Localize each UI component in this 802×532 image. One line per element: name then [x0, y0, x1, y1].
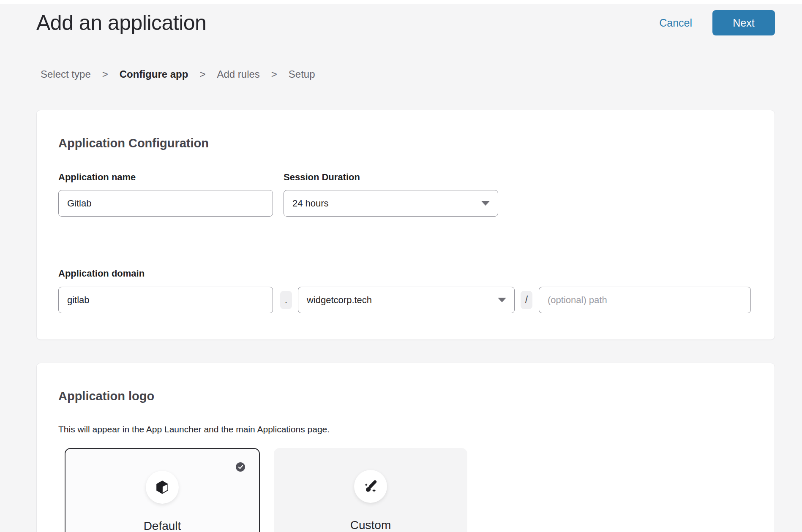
- application-name-field-group: Application name: [58, 172, 273, 217]
- application-name-input[interactable]: [58, 190, 273, 217]
- logo-option-custom[interactable]: Custom: [274, 448, 467, 532]
- session-duration-value: 24 hours: [292, 198, 329, 209]
- logo-description: This will appear in the App Launcher and…: [58, 424, 751, 435]
- logo-heading: Application logo: [58, 388, 751, 404]
- breadcrumb-separator: >: [102, 68, 108, 80]
- custom-tile-label: Custom: [350, 518, 391, 532]
- session-duration-field-group: Session Duration 24 hours: [284, 172, 498, 217]
- page-header: Add an application Cancel Next: [0, 4, 802, 35]
- breadcrumb-step-add-rules[interactable]: Add rules: [217, 68, 259, 80]
- configuration-heading: Application Configuration: [58, 135, 751, 152]
- cube-icon: [155, 480, 170, 495]
- breadcrumb-step-configure-app[interactable]: Configure app: [120, 68, 188, 80]
- chevron-down-icon: [481, 201, 490, 206]
- subdomain-input[interactable]: [58, 287, 273, 313]
- domain-select[interactable]: widgetcorp.tech: [298, 287, 515, 313]
- header-actions: Cancel Next: [659, 10, 775, 35]
- application-domain-row: . widgetcorp.tech /: [58, 287, 751, 313]
- check-icon: [238, 465, 243, 470]
- page-title: Add an application: [36, 11, 206, 35]
- cancel-button[interactable]: Cancel: [659, 17, 692, 29]
- default-tile-label: Default: [144, 519, 181, 532]
- name-session-row: Application name Session Duration 24 hou…: [58, 172, 751, 217]
- paintbrush-icon: [363, 478, 379, 494]
- breadcrumb-step-select-type[interactable]: Select type: [41, 68, 91, 80]
- breadcrumb-step-setup[interactable]: Setup: [289, 68, 315, 80]
- selected-check-badge: [236, 462, 245, 472]
- logo-option-default[interactable]: Default: [65, 448, 260, 532]
- next-button[interactable]: Next: [712, 10, 775, 35]
- chevron-down-icon: [497, 297, 507, 303]
- application-configuration-card: Application Configuration Application na…: [36, 110, 775, 340]
- domain-select-value: widgetcorp.tech: [307, 295, 372, 306]
- domain-slash-separator: /: [521, 291, 532, 309]
- session-duration-select[interactable]: 24 hours: [284, 190, 498, 217]
- application-name-label: Application name: [58, 172, 273, 183]
- default-logo-circle: [146, 471, 179, 504]
- domain-dot-separator: .: [280, 291, 292, 309]
- breadcrumb-separator: >: [271, 68, 277, 80]
- application-logo-card: Application logo This will appear in the…: [36, 363, 775, 532]
- breadcrumb-separator: >: [199, 68, 205, 80]
- path-input[interactable]: [539, 287, 751, 313]
- logo-option-tiles: Default Custom: [65, 448, 751, 532]
- application-domain-label: Application domain: [58, 268, 751, 279]
- custom-logo-circle: [354, 470, 387, 503]
- breadcrumb: Select type > Configure app > Add rules …: [41, 68, 802, 80]
- session-duration-label: Session Duration: [284, 172, 498, 183]
- top-white-strip: [0, 0, 802, 4]
